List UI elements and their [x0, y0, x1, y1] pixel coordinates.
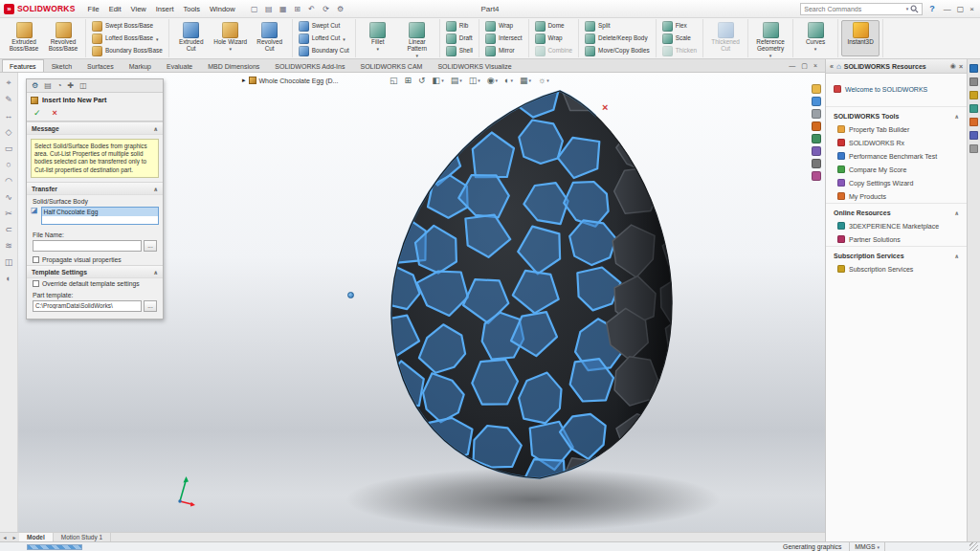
- link-subscription-services[interactable]: Subscription Services: [826, 262, 967, 276]
- pin-icon[interactable]: ◉: [950, 62, 956, 70]
- link-property-tab-builder[interactable]: Property Tab Builder: [826, 122, 967, 136]
- dropdown-arrow-icon[interactable]: ▾: [416, 53, 419, 58]
- lofted-cut-button[interactable]: Lofted Cut▾: [296, 33, 352, 45]
- link-3dexperience-marketplace[interactable]: 3DEXPERIENCE Marketplace: [826, 219, 967, 232]
- design-library-tab-icon[interactable]: [969, 77, 978, 86]
- collapse-section-icon[interactable]: ∧: [954, 209, 959, 216]
- bottom-tab-motion-study-1[interactable]: Motion Study 1: [54, 533, 111, 542]
- minimize-icon[interactable]: —: [944, 5, 951, 13]
- scene-icon[interactable]: [812, 121, 821, 131]
- appearance-icon[interactable]: ◐: [6, 274, 11, 283]
- message-section-header[interactable]: Message ∧: [27, 121, 163, 135]
- link-performance-benchmark-test[interactable]: Performance Benchmark Test: [826, 149, 967, 163]
- wrap-button[interactable]: Wrap: [482, 20, 525, 33]
- revolved-boss-base-button[interactable]: Revolved Boss/Base: [44, 20, 82, 56]
- tab-mbd-dimensions[interactable]: MBD Dimensions: [200, 59, 267, 72]
- search-icon[interactable]: [910, 5, 919, 13]
- override-template-checkbox[interactable]: [33, 280, 39, 287]
- menu-view[interactable]: View: [126, 5, 151, 13]
- curves-button[interactable]: Curves▾: [796, 20, 835, 56]
- dimxpert-tab-icon[interactable]: ◔: [57, 81, 62, 90]
- link-solidworks-rx[interactable]: SOLIDWORKS Rx: [826, 136, 967, 149]
- flyout-tree-arrow-icon[interactable]: ▸: [242, 77, 246, 84]
- property-manager-tab-icon[interactable]: ⚙: [32, 81, 38, 90]
- collapse-task-pane-icon[interactable]: «: [830, 63, 834, 70]
- menu-window[interactable]: Window: [205, 5, 240, 13]
- file-explorer-tab-icon[interactable]: [969, 91, 978, 99]
- reference-geometry-button[interactable]: Reference Geometry▾: [751, 20, 790, 56]
- link-compare-my-score[interactable]: Compare My Score: [826, 163, 967, 176]
- collapse-section-icon[interactable]: ∧: [153, 186, 158, 192]
- sketch-icon[interactable]: ✎: [5, 95, 12, 104]
- boundary-cut-button[interactable]: Boundary Cut: [296, 45, 352, 57]
- confirmation-cancel-icon[interactable]: ×: [602, 101, 608, 113]
- camera-icon[interactable]: [812, 159, 821, 168]
- document-tab[interactable]: ▸ Whole Chocolate Egg (D...: [242, 77, 338, 84]
- edit-appearance-icon[interactable]: ◐▾: [504, 76, 513, 85]
- wrap-body-button[interactable]: Wrap: [532, 33, 576, 45]
- section-view-icon[interactable]: ◧▾: [433, 76, 444, 85]
- rebuild-icon[interactable]: ⟳: [320, 5, 333, 13]
- save-icon[interactable]: ▦: [277, 5, 290, 13]
- tab-solidworks-add-ins[interactable]: SOLIDWORKS Add-Ins: [267, 59, 352, 72]
- doc-restore-icon[interactable]: ▢: [801, 62, 808, 70]
- thicken-button[interactable]: Thicken: [659, 45, 700, 57]
- configuration-tab-icon[interactable]: ▤: [44, 81, 52, 90]
- hole-wizard-button[interactable]: Hole Wizard▾: [212, 20, 250, 56]
- swept-boss-base-button[interactable]: Swept Boss/Base: [89, 20, 166, 33]
- rib-button[interactable]: Rib: [443, 20, 476, 33]
- select-icon[interactable]: ⌖: [6, 77, 11, 88]
- propagate-checkbox[interactable]: [33, 256, 39, 263]
- tab-solidworks-visualize[interactable]: SOLIDWORKS Visualize: [430, 59, 519, 72]
- revolved-cut-button[interactable]: Revolved Cut: [251, 20, 289, 56]
- fillet-button[interactable]: Fillet▾: [359, 20, 397, 56]
- dropdown-arrow-icon[interactable]: ▾: [814, 46, 817, 52]
- cam-tab-icon[interactable]: ◫: [79, 81, 87, 90]
- link-copy-settings-wizard[interactable]: Copy Settings Wizard: [826, 176, 967, 189]
- body-selection-list[interactable]: Half Chocolate Egg: [41, 207, 159, 225]
- view-palette-tab-icon[interactable]: [969, 104, 978, 113]
- lofted-boss-base-button[interactable]: Lofted Boss/Base▾: [89, 33, 166, 45]
- collapse-section-icon[interactable]: ∧: [954, 113, 959, 120]
- search-input[interactable]: [804, 6, 903, 12]
- circle-icon[interactable]: ○: [6, 160, 11, 169]
- options-icon[interactable]: ⚙: [334, 5, 347, 13]
- close-task-pane-icon[interactable]: ×: [959, 63, 963, 70]
- convert-entities-icon[interactable]: ⊂: [5, 225, 12, 234]
- part-template-input[interactable]: [33, 300, 142, 312]
- intersect-button[interactable]: Intersect: [482, 33, 525, 45]
- resources-tab-icon[interactable]: [969, 64, 978, 73]
- print-icon[interactable]: ⊞: [291, 5, 304, 13]
- apply-scene-icon[interactable]: ▦▾: [520, 76, 531, 85]
- zoom-fit-icon[interactable]: ◱: [390, 76, 398, 85]
- dropdown-arrow-icon[interactable]: ▾: [343, 36, 345, 42]
- previous-view-icon[interactable]: ↺: [418, 76, 426, 85]
- tab-sketch[interactable]: Sketch: [44, 59, 79, 72]
- selected-body-item[interactable]: Half Chocolate Egg: [42, 208, 158, 216]
- ok-button[interactable]: ✓: [33, 108, 41, 118]
- transfer-section-header[interactable]: Transfer ∧: [27, 182, 163, 195]
- hide-show-items-icon[interactable]: ◉▾: [487, 76, 498, 85]
- tab-markup[interactable]: Markup: [122, 59, 159, 72]
- dropdown-arrow-icon[interactable]: ▾: [377, 46, 380, 52]
- appearance-target-icon[interactable]: [812, 109, 821, 119]
- collapse-section-icon[interactable]: ∧: [153, 269, 158, 276]
- lighting-icon[interactable]: [812, 146, 821, 156]
- maximize-icon[interactable]: ▢: [957, 5, 965, 13]
- doc-close-icon[interactable]: ×: [813, 62, 817, 69]
- mirror-button[interactable]: Mirror: [482, 45, 525, 57]
- tab-scroll-right-icon[interactable]: ▸: [10, 534, 19, 540]
- close-icon[interactable]: ×: [969, 5, 974, 13]
- dome-button[interactable]: Dome: [532, 20, 576, 33]
- bottom-tab-model[interactable]: Model: [19, 533, 54, 542]
- tab-features[interactable]: Features: [2, 59, 44, 72]
- spline-icon[interactable]: ∿: [5, 192, 12, 202]
- dropdown-arrow-icon[interactable]: ▾: [229, 46, 232, 52]
- draft-button[interactable]: Draft: [443, 33, 476, 45]
- extruded-cut-button[interactable]: Extruded Cut: [172, 20, 211, 56]
- welcome-link[interactable]: Welcome to SOLIDWORKS: [826, 74, 967, 106]
- linear-pattern-button[interactable]: Linear Pattern▾: [398, 20, 436, 56]
- template-settings-header[interactable]: Template Settings ∧: [27, 265, 163, 278]
- arc-icon[interactable]: ◠: [5, 176, 12, 186]
- search-box[interactable]: ▾: [800, 3, 923, 15]
